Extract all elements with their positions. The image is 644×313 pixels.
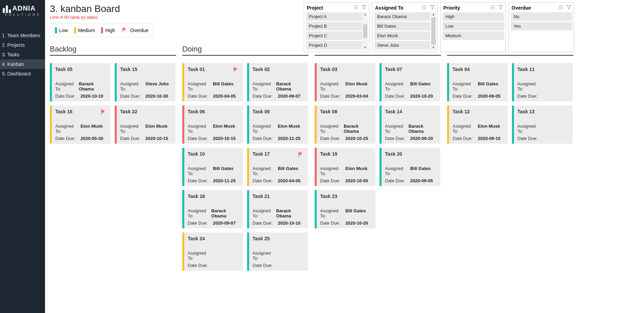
due-value: 2020-10-20 bbox=[345, 220, 368, 226]
task-name: Task 15 bbox=[120, 67, 173, 72]
nav-item-2[interactable]: 3. Tasks bbox=[0, 50, 45, 59]
task-name: Task 03 bbox=[320, 67, 373, 72]
task-card[interactable]: Task 08Assigned To:Barack ObamaDate Due:… bbox=[315, 105, 375, 144]
task-card[interactable]: Task 04Assigned To:Bill GatesDate Due:20… bbox=[447, 63, 508, 101]
task-card[interactable]: Task 11Assigned To:Date Due: bbox=[512, 63, 573, 101]
task-card[interactable]: Task 02Assigned To:Barack ObamaDate Due:… bbox=[247, 63, 308, 101]
filter-icon[interactable] bbox=[430, 4, 435, 11]
task-name: Task 12 bbox=[453, 109, 505, 114]
filter-icon[interactable] bbox=[361, 4, 367, 11]
scrollbar[interactable]: ▲▼ bbox=[431, 12, 436, 49]
due-value: 2020-10-05 bbox=[345, 178, 368, 183]
filter-overdue-option[interactable]: No bbox=[511, 12, 572, 21]
legend-high-label: High bbox=[105, 28, 115, 33]
filter-icon[interactable] bbox=[566, 4, 572, 11]
task-card[interactable]: Task 25Assigned To:Date Due: bbox=[247, 232, 308, 271]
filter-assigned-option[interactable]: Elon Musk bbox=[374, 31, 430, 40]
filter-project-option[interactable]: Project D bbox=[306, 41, 362, 49]
due-label: Date Due: bbox=[188, 136, 213, 141]
due-value: 2020-03-04 bbox=[345, 94, 368, 99]
cards-container: Task 03Assigned To:Elon MuskDate Due:202… bbox=[315, 63, 441, 228]
legend-bar-low bbox=[55, 27, 57, 33]
filter-assigned-option[interactable]: Bill Gates bbox=[374, 22, 430, 30]
filter-assigned-option[interactable]: Barack Obama bbox=[374, 12, 430, 21]
task-name: Task 23 bbox=[320, 194, 373, 199]
due-label: Date Due: bbox=[253, 136, 278, 141]
column-title: Backlog bbox=[50, 45, 176, 56]
task-card[interactable]: Task 01Assigned To:Bill GatesDate Due:20… bbox=[182, 63, 243, 101]
assigned-value: Steve Jobs bbox=[145, 81, 169, 91]
assigned-label: Assigned To: bbox=[253, 166, 278, 176]
task-card[interactable]: Task 22Assigned To:Elon MuskDate Due:202… bbox=[115, 105, 175, 144]
due-label: Date Due: bbox=[320, 220, 345, 226]
task-card[interactable]: Task 03Assigned To:Elon MuskDate Due:202… bbox=[315, 63, 375, 101]
task-card[interactable]: Task 07Assigned To:Bill GatesDate Due:20… bbox=[380, 63, 440, 101]
task-card[interactable]: Task 23Assigned To:Bill GatesDate Due:20… bbox=[315, 190, 375, 228]
due-value: 2020-10-20 bbox=[410, 94, 433, 99]
task-card[interactable]: Task 18Assigned To:Barack ObamaDate Due:… bbox=[182, 190, 243, 228]
assigned-value: Bill Gates bbox=[410, 81, 431, 91]
task-card[interactable]: Task 24Assigned To:Date Due: bbox=[182, 232, 243, 271]
task-card[interactable]: Task 16Assigned To:Elon MuskDate Due:202… bbox=[50, 105, 111, 144]
legend-overdue: Overdue bbox=[121, 26, 148, 34]
filter-project-option[interactable]: Project A bbox=[306, 12, 362, 21]
task-name: Task 06 bbox=[188, 109, 240, 114]
kanban-board: BacklogTask 05Assigned To:Barack ObamaDa… bbox=[50, 45, 639, 271]
flag-icon bbox=[121, 26, 128, 34]
task-card[interactable]: Task 10Assigned To:Bill GatesDate Due:20… bbox=[182, 148, 243, 186]
task-name: Task 19 bbox=[320, 151, 373, 157]
column-doing: DoingTask 01Assigned To:Bill GatesDate D… bbox=[182, 45, 309, 271]
task-card[interactable]: Task 12Assigned To:Elon MuskDate Due:202… bbox=[447, 105, 508, 144]
task-card[interactable]: Task 19Assigned To:Elon MuskDate Due:202… bbox=[315, 148, 375, 186]
filter-assigned-option[interactable]: Steve Jobs bbox=[374, 41, 430, 49]
scrollbar[interactable]: ▲▼ bbox=[363, 12, 368, 49]
nav-item-0[interactable]: 1. Team Members bbox=[0, 31, 45, 40]
task-card[interactable]: Task 20Assigned To:Bill GatesDate Due:20… bbox=[380, 148, 440, 186]
task-card[interactable]: Task 17Assigned To:Bill GatesDate Due:20… bbox=[247, 148, 308, 186]
multi-select-icon[interactable] bbox=[421, 4, 427, 11]
due-label: Date Due: bbox=[55, 94, 81, 99]
due-label: Date Due: bbox=[253, 178, 278, 183]
filter-project-option[interactable]: Project C bbox=[306, 31, 362, 40]
main: 3. kanban Board Limit of 50 cards by sta… bbox=[45, 0, 644, 313]
task-card[interactable]: Task 13Assigned To:Date Due: bbox=[512, 105, 573, 144]
nav-item-4[interactable]: 5. Dashboard bbox=[0, 69, 45, 79]
assigned-label: Assigned To: bbox=[253, 208, 276, 218]
due-label: Date Due: bbox=[120, 136, 145, 141]
column-blocked: BlockedTask 04Assigned To:Bill GatesDate… bbox=[447, 45, 573, 271]
assigned-value: Elon Musk bbox=[478, 124, 500, 134]
due-value: 2020-09-07 bbox=[213, 220, 236, 226]
multi-select-icon[interactable] bbox=[558, 4, 563, 11]
filter-priority-option[interactable]: Medium bbox=[443, 31, 504, 40]
filter-overdue-option[interactable]: Yes bbox=[511, 22, 572, 30]
nav-item-1[interactable]: 2. Projects bbox=[0, 40, 45, 50]
task-card[interactable]: Task 05Assigned To:Barack ObamaDate Due:… bbox=[50, 63, 111, 101]
task-card[interactable]: Task 21Assigned To:Barack ObamaDate Due:… bbox=[247, 190, 308, 228]
legend-bar-medium bbox=[74, 27, 76, 33]
multi-select-icon[interactable] bbox=[490, 4, 495, 11]
assigned-label: Assigned To: bbox=[320, 81, 345, 91]
due-label: Date Due: bbox=[188, 263, 213, 268]
assigned-label: Assigned To: bbox=[253, 124, 278, 134]
multi-select-icon[interactable] bbox=[353, 4, 359, 11]
filter-icon[interactable] bbox=[498, 4, 503, 11]
due-label: Date Due: bbox=[55, 136, 81, 141]
task-card[interactable]: Task 06Assigned To:Elon MuskDate Due:202… bbox=[182, 105, 243, 144]
assigned-value: Bill Gates bbox=[410, 166, 431, 176]
filter-project-option[interactable]: Project B bbox=[306, 22, 362, 30]
task-card[interactable]: Task 09Assigned To:Elon MuskDate Due:202… bbox=[247, 105, 308, 144]
filter-assigned: Assigned To Barack ObamaBill GatesElon M… bbox=[372, 2, 438, 52]
task-card[interactable]: Task 15Assigned To:Steve JobsDate Due:20… bbox=[115, 63, 175, 101]
task-card[interactable]: Task 14Assigned To:Barack ObamaDate Due:… bbox=[380, 105, 440, 144]
cards-container: Task 04Assigned To:Bill GatesDate Due:20… bbox=[447, 63, 573, 144]
assigned-label: Assigned To: bbox=[55, 81, 79, 91]
filter-priority-option[interactable]: High bbox=[443, 12, 504, 21]
assigned-value: Barack Obama bbox=[211, 208, 240, 218]
nav-item-3[interactable]: 4. Kanban bbox=[0, 59, 45, 69]
assigned-label: Assigned To: bbox=[453, 81, 478, 91]
due-label: Date Due: bbox=[253, 94, 278, 99]
filter-priority-option[interactable]: Low bbox=[443, 22, 504, 30]
assigned-label: Assigned To: bbox=[320, 208, 345, 218]
brand-sub: SOLUTIONS bbox=[3, 13, 42, 16]
overdue-flag-icon bbox=[232, 66, 240, 75]
